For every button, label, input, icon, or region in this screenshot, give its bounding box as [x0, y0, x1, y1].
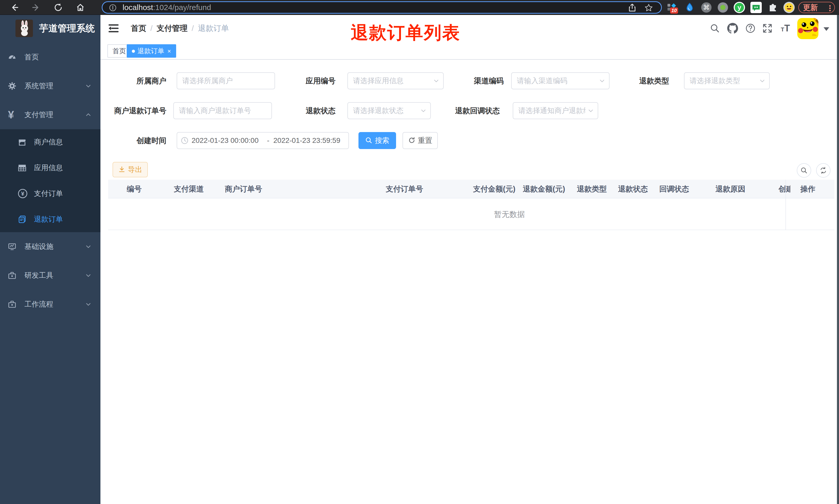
update-label: 更新 [803, 2, 818, 13]
extension-dot-icon[interactable] [717, 2, 728, 13]
table-grid-icon [18, 164, 26, 172]
yen-circle-icon: ¥ [18, 189, 27, 198]
label-merchant: 所属商户 [111, 72, 166, 89]
browser-forward-icon[interactable] [31, 3, 41, 12]
sidebar-item-label: 基础设施 [24, 232, 53, 261]
app-select[interactable] [347, 72, 444, 89]
extension-y-icon[interactable]: y [733, 2, 745, 13]
chevron-down-icon [599, 77, 605, 84]
browser-back-icon[interactable] [10, 3, 19, 12]
tags-view: 首页 退款订单× [101, 42, 839, 60]
show-search-button[interactable] [797, 163, 811, 178]
extension-balloon-icon[interactable] [684, 2, 695, 13]
window-scrollbar[interactable] [837, 15, 839, 504]
chevron-up-icon [85, 111, 92, 118]
extension-command-icon[interactable]: ⌘ [701, 2, 712, 13]
caret-down-icon[interactable] [824, 27, 829, 31]
payment-submenu: 商户信息 应用信息 ¥ 支付订单 退款订单 [0, 129, 101, 232]
briefcase-icon [8, 300, 16, 308]
chevron-down-icon [85, 272, 92, 279]
callback-status-select[interactable] [513, 102, 598, 119]
col-header: 商户订单号 [225, 180, 262, 198]
tab-label: 首页 [112, 47, 126, 55]
share-icon[interactable] [628, 3, 637, 12]
site-info-icon[interactable] [109, 4, 117, 12]
tab-refund-order[interactable]: 退款订单× [127, 44, 176, 58]
refund-type-select[interactable] [684, 72, 770, 89]
table-empty-row: 暂无数据 [108, 199, 834, 230]
url-path: :1024/pay/refund [153, 3, 211, 12]
sidebar-logo[interactable]: 芋道管理系统 [0, 15, 101, 43]
col-header: 退款状态 [618, 180, 648, 198]
browser-menu-icon[interactable] [829, 4, 831, 12]
export-button[interactable]: 导出 [112, 162, 148, 177]
download-icon [118, 166, 125, 173]
breadcrumb-home[interactable]: 首页 [131, 24, 146, 32]
sidebar-item-devtools[interactable]: 研发工具 [0, 261, 101, 290]
sidebar-item-label: 支付管理 [24, 101, 53, 129]
merchant-refund-no-input[interactable] [173, 102, 272, 119]
breadcrumb-section[interactable]: 支付管理 [157, 24, 188, 32]
sidebar-item-infra[interactable]: 基础设施 [0, 232, 101, 261]
sidebar-item-merchant-info[interactable]: 商户信息 [0, 129, 101, 155]
sidebar: 芋道管理系统 首页 系统管理 ¥ 支付管理 商户信息 应用信息 [0, 15, 101, 504]
chevron-down-icon [85, 83, 92, 89]
hamburger-icon[interactable] [108, 23, 120, 34]
active-dot-icon [132, 50, 135, 53]
create-time-range-picker[interactable]: 2022-01-23 00:00:00 - 2022-01-23 23:59:5… [177, 132, 349, 149]
close-icon[interactable]: × [167, 48, 171, 55]
browser-toolbar: localhost:1024/pay/refund 10 ⌘ y 更新 [0, 0, 839, 15]
sidebar-item-app-info[interactable]: 应用信息 [0, 155, 101, 181]
search-icon[interactable] [710, 23, 720, 34]
sidebar-item-refund-order[interactable]: 退款订单 [0, 206, 101, 232]
refresh-icon [408, 137, 415, 144]
refresh-table-button[interactable] [816, 163, 831, 178]
address-bar[interactable]: localhost:1024/pay/refund [102, 1, 662, 14]
refund-status-select[interactable] [347, 102, 431, 119]
label-channel: 渠道编码 [452, 72, 504, 89]
clock-icon [181, 137, 189, 144]
breadcrumb-current: 退款订单 [198, 24, 229, 32]
sidebar-item-workflow[interactable]: 工作流程 [0, 290, 101, 319]
reset-button[interactable]: 重置 [403, 132, 438, 149]
sidebar-item-label: 工作流程 [24, 290, 53, 319]
extension-collector-icon[interactable]: 10 [666, 2, 677, 13]
y-glyph: y [737, 4, 742, 11]
user-avatar[interactable] [797, 18, 818, 39]
update-button[interactable]: 更新 [798, 2, 835, 13]
document-icon [18, 215, 26, 223]
extensions-puzzle-icon[interactable] [767, 2, 778, 13]
channel-select[interactable] [511, 72, 610, 89]
profile-avatar-icon[interactable] [783, 2, 795, 13]
sidebar-item-payment[interactable]: ¥ 支付管理 [0, 101, 101, 129]
url-host: localhost [123, 3, 153, 12]
col-header: 退款金额(元) [523, 180, 565, 198]
date-start: 2022-01-23 00:00:00 [192, 137, 263, 145]
logo-rabbit-avatar [15, 20, 33, 37]
github-icon[interactable] [727, 23, 738, 34]
bookmark-star-icon[interactable] [644, 3, 653, 12]
dashboard-icon [8, 53, 16, 61]
merchant-input[interactable] [177, 72, 275, 89]
fullscreen-icon[interactable] [762, 23, 772, 34]
search-icon [365, 137, 372, 144]
sidebar-item-home[interactable]: 首页 [0, 43, 101, 72]
browser-home-icon[interactable] [76, 3, 85, 12]
tab-label: 退款订单 [138, 47, 164, 55]
chevron-down-icon [587, 107, 594, 114]
label-merchant-refund-no: 商户退款订单号 [106, 102, 166, 119]
col-header: 支付金额(元) [473, 180, 515, 198]
help-icon[interactable] [745, 23, 755, 34]
extension-chat-icon[interactable] [750, 2, 762, 13]
sidebar-item-pay-order[interactable]: ¥ 支付订单 [0, 181, 101, 206]
sidebar-item-system[interactable]: 系统管理 [0, 72, 101, 101]
sidebar-item-label: 支付订单 [34, 181, 63, 206]
search-button[interactable]: 搜索 [358, 132, 396, 149]
chevron-down-icon [85, 243, 92, 250]
font-size-icon[interactable]: TT [781, 23, 790, 34]
sidebar-item-label: 系统管理 [24, 72, 53, 101]
sidebar-item-label: 研发工具 [24, 261, 53, 290]
col-header: 支付订单号 [386, 180, 423, 198]
sidebar-item-label: 商户信息 [34, 129, 63, 155]
browser-reload-icon[interactable] [54, 3, 63, 12]
